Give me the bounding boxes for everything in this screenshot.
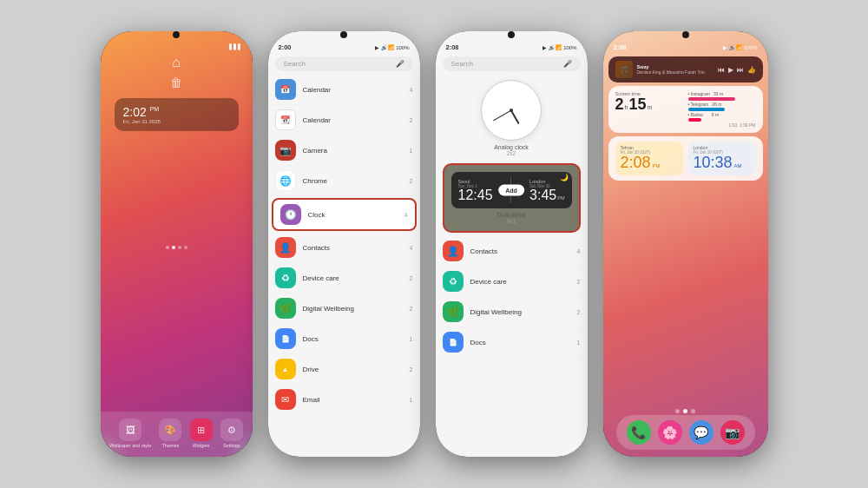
app-item-calendar2[interactable]: 📆 Calendar 2 xyxy=(268,105,420,135)
clock-icon: 🕐 xyxy=(280,204,301,225)
app-item-docs[interactable]: 📄 Docs 1 xyxy=(268,324,420,354)
p4-dot2 xyxy=(683,409,687,413)
screen-time-m-unit: m xyxy=(647,104,652,110)
moon-icon: 🌙 xyxy=(560,174,569,181)
app-item-clock[interactable]: 🕐 Clock 4 xyxy=(272,198,417,231)
dual-clock-preview[interactable]: Seoul Sun, Dec 1 12:45 London Sat, Nov 3… xyxy=(443,163,581,233)
phone-1: ▋▋▋ ⌂ 🗑 2:02 PM Fri, Jan 31 2025 🖼 Wallp… xyxy=(101,31,253,457)
contacts3-icon: 👤 xyxy=(443,241,464,261)
music-controls[interactable]: ⏮ ▶ ⏭ 👍 xyxy=(718,66,756,74)
drive-name: Drive xyxy=(303,366,410,373)
p4-dock: 📞 🌸 💬 📷 xyxy=(616,415,755,450)
camera-name: Camera xyxy=(303,147,410,155)
digital-icon: 🌿 xyxy=(275,298,296,319)
dot-4 xyxy=(184,246,187,249)
status-bar-3: 2:08 ▶ 🔊 📶 100% xyxy=(436,38,588,53)
p4-page-dots xyxy=(675,409,695,413)
prev-icon[interactable]: ⏮ xyxy=(718,66,725,74)
dual-time-widget[interactable]: Tehran Fri, Jan 10 (10/7) 2:08 PM London… xyxy=(608,136,763,181)
status-icons-2: ▶ 🔊 📶 100% xyxy=(375,44,409,50)
app3-docs[interactable]: 📄 Docs 1 xyxy=(436,327,588,358)
search-bar-2[interactable]: Search 🎤 xyxy=(275,56,413,71)
docs-name: Docs xyxy=(303,335,410,343)
docs3-icon: 📄 xyxy=(443,332,464,353)
device3-name: Device care xyxy=(470,278,577,286)
dock-camera-icon[interactable]: 📷 xyxy=(720,420,745,445)
status-time-4: 2:08 xyxy=(614,43,627,51)
digital3-icon: 🌿 xyxy=(443,301,464,322)
badoo-bar xyxy=(688,118,702,122)
dock-widgets[interactable]: ⊞ Widgets xyxy=(190,419,213,448)
app-item-device[interactable]: ♻ Device care 2 xyxy=(268,263,420,293)
mic-icon-2[interactable]: 🎤 xyxy=(396,60,404,68)
play-icon[interactable]: ▶ xyxy=(728,66,733,74)
app-item-drive[interactable]: ▲ Drive 2 xyxy=(268,354,420,385)
dock-messages-icon[interactable]: 💬 xyxy=(689,420,713,445)
screen-time-hours: 2 xyxy=(615,96,624,112)
dock-settings[interactable]: ⚙ Settings xyxy=(220,419,243,448)
music-info: Sway Deniice King & Massimo Farah Trio xyxy=(637,64,713,75)
london-time-block: London Fri, Jan 10 (10/7) 10:38 AM xyxy=(688,142,756,175)
analog-clock-preview-area: Analog clock 2x2 xyxy=(436,75,588,160)
dock-bixby-icon[interactable]: 🌸 xyxy=(658,420,682,445)
contacts-name: Contacts xyxy=(303,244,410,252)
mic-icon-3[interactable]: 🎤 xyxy=(563,60,572,68)
analog-clock-count: 2x2 xyxy=(507,150,516,156)
tehran-time-block: Tehran Fri, Jan 10 (10/7) 2:08 PM xyxy=(615,142,683,175)
dot-1 xyxy=(166,246,169,249)
digital-name: Digital Wellbeing xyxy=(303,305,410,313)
digital-count: 2 xyxy=(410,306,413,312)
music-widget[interactable]: 🎵 Sway Deniice King & Massimo Farah Trio… xyxy=(608,56,763,82)
phone-4: 2:08 ▶ 🔊 📶 100% 🎵 Sway Deniice King & Ma… xyxy=(603,31,768,457)
app-item-camera[interactable]: 📷 Camera 1 xyxy=(268,135,420,166)
app-badoo: • Badoo 9 m xyxy=(688,112,756,117)
p4-dot1 xyxy=(675,409,680,413)
settings-icon: ⚙ xyxy=(220,419,243,441)
music-artist: Deniice King & Massimo Farah Trio xyxy=(637,69,713,75)
like-icon[interactable]: 👍 xyxy=(747,66,756,74)
screen-time-widget[interactable]: Screen time 2 h 15 m • Instagram 33 m • … xyxy=(608,86,763,133)
email-count: 1 xyxy=(410,397,413,403)
add-widget-button[interactable]: Add xyxy=(498,185,524,196)
dc-time2: 3:45 xyxy=(529,188,556,202)
drive-icon: ▲ xyxy=(275,359,296,379)
search-placeholder-2: Search xyxy=(284,60,306,68)
dual-clock-label: Dual clock xyxy=(451,212,572,218)
app3-contacts[interactable]: 👤 Contacts 4 xyxy=(436,236,588,267)
dock-themes[interactable]: 🎨 Themes xyxy=(159,419,181,448)
app-item-chrome[interactable]: 🌐 Chrome 2 xyxy=(268,166,420,196)
device3-count: 2 xyxy=(577,279,581,285)
phone-2: 2:00 ▶ 🔊 📶 100% Search 🎤 📅 Calendar 4 📆 … xyxy=(268,31,420,457)
screen-time-apps: • Instagram 33 m • Telegram 26 m • Badoo… xyxy=(688,91,756,128)
app3-device[interactable]: ♻ Device care 2 xyxy=(436,267,588,297)
status-bar-2: 2:00 ▶ 🔊 📶 100% xyxy=(268,38,420,53)
clock-widget-small[interactable]: 2:02 PM Fri, Jan 31 2025 xyxy=(115,98,239,131)
search-bar-3[interactable]: Search 🎤 xyxy=(443,56,581,71)
search-placeholder-3: Search xyxy=(451,60,473,68)
dc-time1: 12:45 xyxy=(458,188,493,202)
digital3-name: Digital Wellbeing xyxy=(470,308,577,316)
dock-wallpaper[interactable]: 🖼 Wallpaper and style xyxy=(109,419,151,448)
docs-count: 1 xyxy=(410,336,413,342)
status-time-3: 2:08 xyxy=(446,43,459,51)
dc-ampm2: PM xyxy=(557,195,564,201)
next-icon[interactable]: ⏭ xyxy=(737,66,744,74)
wallpaper-icon: 🖼 xyxy=(119,419,141,441)
clock-widget-date: Fri, Jan 31 2025 xyxy=(123,119,230,124)
clock-center-dot xyxy=(510,109,513,112)
phone1-screen: ▋▋▋ ⌂ 🗑 2:02 PM Fri, Jan 31 2025 🖼 Wallp… xyxy=(101,31,253,457)
themes-icon: 🎨 xyxy=(159,419,181,441)
chrome-count: 2 xyxy=(410,178,413,184)
dock-phone-icon[interactable]: 📞 xyxy=(627,420,651,445)
camera-notch-4 xyxy=(682,31,689,38)
app-item-contacts[interactable]: 👤 Contacts 4 xyxy=(268,233,420,263)
app-item-email[interactable]: ✉ Email 1 xyxy=(268,385,420,415)
app-item-digital[interactable]: 🌿 Digital Wellbeing 2 xyxy=(268,293,420,324)
instagram-bar xyxy=(688,97,736,101)
app3-digital[interactable]: 🌿 Digital Wellbeing 2 xyxy=(436,297,588,327)
phone-3: 2:08 ▶ 🔊 📶 100% Search 🎤 Analog clock 2x… xyxy=(436,31,588,457)
contacts-icon: 👤 xyxy=(275,237,296,258)
app-item-calendar1[interactable]: 📅 Calendar 4 xyxy=(268,75,420,105)
london-time: 10:38 xyxy=(694,155,733,172)
analog-clock-face[interactable] xyxy=(481,80,542,141)
